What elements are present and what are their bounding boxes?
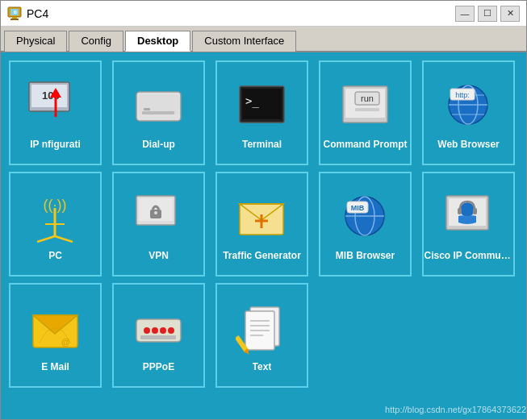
title-bar: 🖥 PC4 — ☐ ✕: [1, 1, 526, 27]
window-title: PC4: [27, 7, 48, 20]
tab-bar: Physical Config Desktop Custom Interface: [1, 27, 526, 52]
icon-web-browser[interactable]: http: Web Browser: [422, 60, 515, 165]
svg-point-37: [154, 211, 157, 214]
svg-text:>_: >_: [245, 94, 259, 108]
icon-dialup[interactable]: Dial-up: [112, 60, 205, 165]
svg-text:@: @: [61, 337, 70, 347]
title-bar-left: 🖥 PC4: [7, 6, 48, 21]
text-icon: [233, 300, 291, 358]
svg-rect-3: [10, 19, 19, 20]
ip-config-icon: 106: [27, 77, 85, 135]
icon-command-prompt[interactable]: run Command Prompt: [319, 60, 412, 165]
mib-browser-label: MIB Browser: [336, 250, 395, 261]
web-browser-label: Web Browser: [437, 139, 499, 150]
svg-point-57: [144, 327, 150, 334]
email-icon: @: [27, 300, 85, 358]
dialup-icon: [130, 77, 188, 135]
icon-traffic-generator[interactable]: Traffic Generator: [215, 172, 308, 277]
icon-text[interactable]: Text: [215, 283, 308, 388]
pc-wireless-icon: ((·)): [27, 189, 85, 247]
svg-text:run: run: [361, 94, 374, 103]
text-label: Text: [253, 361, 272, 372]
icons-grid: 106 IP nfigurati: [9, 60, 518, 388]
mib-browser-icon: MIB: [337, 189, 395, 247]
command-prompt-label: Command Prompt: [324, 139, 408, 150]
pc-label: PC: [48, 250, 62, 261]
svg-rect-61: [140, 335, 176, 339]
minimize-button[interactable]: —: [455, 6, 475, 22]
icon-pc[interactable]: ((·)) PC: [9, 172, 102, 277]
watermark: http://blog.csdn.net/gx17864373622: [385, 405, 526, 414]
cisco-ip-icon: [440, 189, 498, 247]
svg-point-59: [160, 327, 166, 334]
icon-email[interactable]: @ E Mail: [9, 283, 102, 388]
ip-config-label: IP nfigurati: [30, 139, 80, 150]
icon-terminal[interactable]: >_ Terminal: [215, 60, 308, 165]
svg-rect-13: [144, 108, 150, 110]
svg-point-60: [168, 327, 174, 334]
icon-pppoe[interactable]: PPPoE: [112, 283, 205, 388]
svg-text:MIB: MIB: [351, 204, 365, 212]
cisco-ip-label: Cisco IP Communicator: [425, 250, 513, 261]
svg-line-32: [55, 236, 73, 242]
terminal-label: Terminal: [242, 139, 282, 150]
pppoe-label: PPPoE: [143, 361, 174, 372]
icon-cisco-ip[interactable]: Cisco IP Communicator: [422, 172, 515, 277]
tab-physical[interactable]: Physical: [4, 31, 67, 52]
svg-rect-12: [142, 111, 174, 114]
email-label: E Mail: [41, 361, 69, 372]
tab-config[interactable]: Config: [69, 31, 123, 52]
svg-rect-52: [473, 208, 477, 214]
terminal-icon: >_: [233, 77, 291, 135]
svg-rect-51: [458, 208, 462, 214]
svg-text:🖥: 🖥: [13, 10, 17, 15]
restore-button[interactable]: ☐: [478, 6, 497, 22]
icon-ip-configuration[interactable]: 106 IP nfigurati: [9, 60, 102, 165]
window-controls: — ☐ ✕: [455, 6, 520, 22]
tab-desktop[interactable]: Desktop: [125, 31, 190, 52]
svg-rect-2: [12, 17, 17, 19]
vpn-icon: [130, 189, 188, 247]
web-browser-icon: http:: [440, 77, 498, 135]
pppoe-icon: [130, 300, 188, 358]
vpn-label: VPN: [148, 250, 169, 261]
desktop-content: 106 IP nfigurati: [1, 52, 526, 419]
svg-point-58: [152, 327, 158, 334]
main-window: 🖥 PC4 — ☐ ✕ Physical Config Desktop Cust…: [0, 0, 527, 420]
tab-custom[interactable]: Custom Interface: [192, 31, 296, 52]
traffic-gen-icon: [233, 189, 291, 247]
close-button[interactable]: ✕: [500, 6, 520, 22]
dialup-label: Dial-up: [142, 139, 175, 150]
window-icon: 🖥: [7, 6, 22, 21]
svg-text:http:: http:: [455, 91, 470, 99]
command-prompt-icon: run: [337, 77, 395, 135]
traffic-gen-label: Traffic Generator: [223, 250, 301, 261]
icon-mib-browser[interactable]: MIB MIB Browser: [319, 172, 412, 277]
icon-vpn[interactable]: VPN: [112, 172, 205, 277]
svg-rect-21: [355, 108, 379, 111]
svg-line-31: [37, 236, 55, 242]
